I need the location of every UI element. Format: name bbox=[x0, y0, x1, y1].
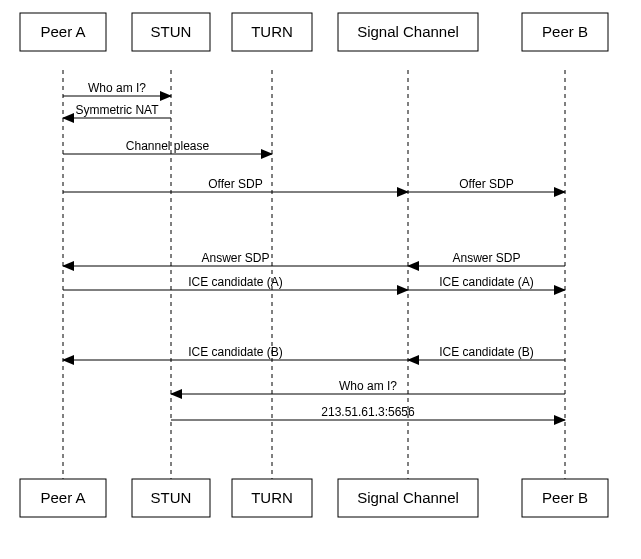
message-label: Channel please bbox=[126, 139, 210, 153]
message-label: Offer SDP bbox=[208, 177, 262, 191]
sequence-diagram: Peer APeer ASTUNSTUNTURNTURNSignal Chann… bbox=[0, 0, 641, 559]
message-label: Offer SDP bbox=[459, 177, 513, 191]
participant-label: Signal Channel bbox=[357, 489, 459, 506]
participant-label: Peer A bbox=[40, 489, 85, 506]
message-label: ICE candidate (B) bbox=[188, 345, 283, 359]
participant-label: TURN bbox=[251, 23, 293, 40]
message-label: ICE candidate (A) bbox=[439, 275, 534, 289]
participant-label: TURN bbox=[251, 489, 293, 506]
participant-label: STUN bbox=[151, 23, 192, 40]
message-label: ICE candidate (A) bbox=[188, 275, 283, 289]
message-label: Who am I? bbox=[339, 379, 397, 393]
participant-label: Peer B bbox=[542, 23, 588, 40]
message-label: ICE candidate (B) bbox=[439, 345, 534, 359]
participant-label: Peer A bbox=[40, 23, 85, 40]
message-label: Answer SDP bbox=[452, 251, 520, 265]
message-label: Symmetric NAT bbox=[75, 103, 159, 117]
message-label: 213.51.61.3:5656 bbox=[321, 405, 415, 419]
participant-label: Peer B bbox=[542, 489, 588, 506]
participant-label: STUN bbox=[151, 489, 192, 506]
participant-label: Signal Channel bbox=[357, 23, 459, 40]
message-label: Answer SDP bbox=[201, 251, 269, 265]
message-label: Who am I? bbox=[88, 81, 146, 95]
